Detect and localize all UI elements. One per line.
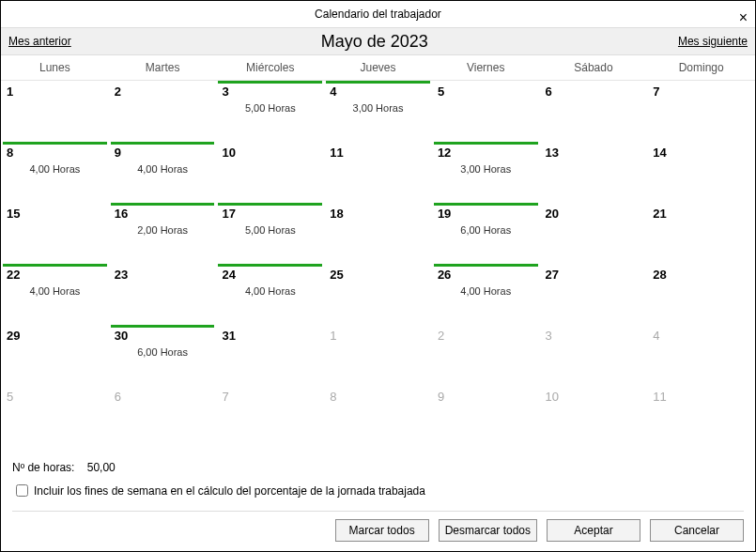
day-number: 20 bbox=[546, 207, 642, 221]
day-cell[interactable]: 6 bbox=[540, 81, 648, 142]
total-hours-label: Nº de horas: bbox=[12, 461, 74, 474]
day-marker bbox=[3, 142, 107, 145]
accept-button[interactable]: Aceptar bbox=[547, 519, 640, 542]
day-number: 23 bbox=[115, 268, 211, 282]
day-cell[interactable]: 5 bbox=[1, 386, 109, 447]
day-cell[interactable]: 20 bbox=[540, 203, 648, 264]
day-cell[interactable]: 10 bbox=[540, 386, 648, 447]
day-cell[interactable]: 244,00 Horas bbox=[216, 264, 324, 325]
day-cell[interactable]: 4 bbox=[647, 325, 755, 386]
mark-all-button[interactable]: Marcar todos bbox=[335, 519, 429, 542]
day-hours: 3,00 Horas bbox=[330, 102, 426, 114]
day-cell[interactable]: 196,00 Horas bbox=[432, 203, 540, 264]
day-cell[interactable]: 224,00 Horas bbox=[1, 264, 109, 325]
day-number: 9 bbox=[115, 146, 211, 160]
day-cell[interactable]: 35,00 Horas bbox=[216, 81, 324, 142]
day-cell[interactable]: 28 bbox=[647, 264, 755, 325]
week-row: 567891011 bbox=[1, 386, 755, 447]
close-icon[interactable]: × bbox=[739, 5, 748, 31]
day-cell[interactable]: 13 bbox=[540, 142, 648, 203]
day-number: 25 bbox=[330, 268, 426, 282]
day-cell[interactable]: 8 bbox=[324, 386, 432, 447]
day-marker bbox=[434, 264, 538, 267]
day-number: 7 bbox=[222, 390, 318, 404]
day-hours: 6,00 Horas bbox=[438, 224, 534, 236]
weekday-0: Lunes bbox=[1, 55, 109, 80]
footer: Nº de horas: 50,00 Incluir los fines de … bbox=[1, 452, 755, 551]
day-cell[interactable]: 123,00 Horas bbox=[432, 142, 540, 203]
week-row: 1235,00 Horas43,00 Horas567 bbox=[1, 81, 755, 142]
day-hours: 5,00 Horas bbox=[222, 224, 318, 236]
day-cell[interactable]: 11 bbox=[324, 142, 432, 203]
day-marker bbox=[218, 81, 322, 84]
day-cell[interactable]: 29 bbox=[1, 325, 109, 386]
day-cell[interactable]: 94,00 Horas bbox=[109, 142, 217, 203]
day-hours: 4,00 Horas bbox=[438, 285, 534, 297]
month-title: Mayo de 2023 bbox=[321, 32, 428, 52]
next-month-link[interactable]: Mes siguiente bbox=[678, 35, 748, 48]
day-cell[interactable]: 43,00 Horas bbox=[324, 81, 432, 142]
day-marker bbox=[218, 264, 322, 267]
day-cell[interactable]: 11 bbox=[647, 386, 755, 447]
day-cell[interactable]: 23 bbox=[109, 264, 217, 325]
button-row: Marcar todos Desmarcar todos Aceptar Can… bbox=[12, 511, 744, 542]
include-weekends-checkbox[interactable] bbox=[16, 484, 28, 497]
day-number: 5 bbox=[7, 390, 103, 404]
cancel-button[interactable]: Cancelar bbox=[650, 519, 744, 542]
weekday-4: Viernes bbox=[432, 55, 540, 80]
total-hours-row: Nº de horas: 50,00 bbox=[12, 461, 744, 474]
day-cell[interactable]: 264,00 Horas bbox=[432, 264, 540, 325]
total-hours-value: 50,00 bbox=[87, 461, 116, 474]
include-weekends-row[interactable]: Incluir los fines de semana en el cálcul… bbox=[12, 482, 744, 499]
day-cell[interactable]: 7 bbox=[647, 81, 755, 142]
day-marker bbox=[326, 81, 430, 84]
day-cell[interactable]: 84,00 Horas bbox=[1, 142, 109, 203]
day-number: 31 bbox=[222, 329, 318, 343]
day-number: 10 bbox=[546, 390, 642, 404]
weekday-5: Sábado bbox=[540, 55, 648, 80]
day-cell[interactable]: 9 bbox=[432, 386, 540, 447]
day-cell[interactable]: 2 bbox=[432, 325, 540, 386]
calendar-grid: 1235,00 Horas43,00 Horas56784,00 Horas94… bbox=[1, 81, 755, 447]
day-cell[interactable]: 175,00 Horas bbox=[216, 203, 324, 264]
day-cell[interactable]: 14 bbox=[647, 142, 755, 203]
week-row: 84,00 Horas94,00 Horas1011123,00 Horas13… bbox=[1, 142, 755, 203]
day-hours: 4,00 Horas bbox=[7, 163, 103, 175]
day-marker bbox=[434, 142, 538, 145]
day-number: 5 bbox=[438, 84, 534, 99]
day-marker bbox=[111, 203, 215, 206]
day-cell[interactable]: 5 bbox=[432, 81, 540, 142]
day-cell[interactable]: 1 bbox=[1, 81, 109, 142]
day-cell[interactable]: 2 bbox=[109, 81, 217, 142]
week-row: 224,00 Horas23244,00 Horas25264,00 Horas… bbox=[1, 264, 755, 325]
day-cell[interactable]: 27 bbox=[540, 264, 648, 325]
day-cell[interactable]: 25 bbox=[324, 264, 432, 325]
day-number: 3 bbox=[546, 329, 642, 343]
day-number: 4 bbox=[653, 329, 749, 343]
day-cell[interactable]: 31 bbox=[216, 325, 324, 386]
day-marker bbox=[218, 203, 322, 206]
week-row: 15162,00 Horas175,00 Horas18196,00 Horas… bbox=[1, 203, 755, 264]
unmark-all-button[interactable]: Desmarcar todos bbox=[439, 519, 537, 542]
weekday-header: LunesMartesMiércolesJuevesViernesSábadoD… bbox=[1, 55, 755, 81]
day-cell[interactable]: 7 bbox=[216, 386, 324, 447]
day-number: 3 bbox=[222, 84, 318, 99]
title-bar: Calendario del trabajador × bbox=[1, 1, 755, 27]
day-cell[interactable]: 21 bbox=[647, 203, 755, 264]
day-number: 6 bbox=[115, 390, 211, 404]
day-number: 6 bbox=[546, 84, 642, 99]
day-number: 18 bbox=[330, 207, 426, 221]
day-cell[interactable]: 306,00 Horas bbox=[109, 325, 217, 386]
day-hours: 5,00 Horas bbox=[222, 102, 318, 114]
day-cell[interactable]: 18 bbox=[324, 203, 432, 264]
prev-month-link[interactable]: Mes anterior bbox=[8, 35, 71, 48]
day-marker bbox=[111, 142, 215, 145]
day-cell[interactable]: 1 bbox=[324, 325, 432, 386]
day-cell[interactable]: 162,00 Horas bbox=[109, 203, 217, 264]
day-cell[interactable]: 6 bbox=[109, 386, 217, 447]
day-cell[interactable]: 3 bbox=[540, 325, 648, 386]
day-number: 27 bbox=[546, 268, 642, 282]
day-hours: 2,00 Horas bbox=[115, 224, 211, 236]
day-cell[interactable]: 10 bbox=[216, 142, 324, 203]
day-cell[interactable]: 15 bbox=[1, 203, 109, 264]
